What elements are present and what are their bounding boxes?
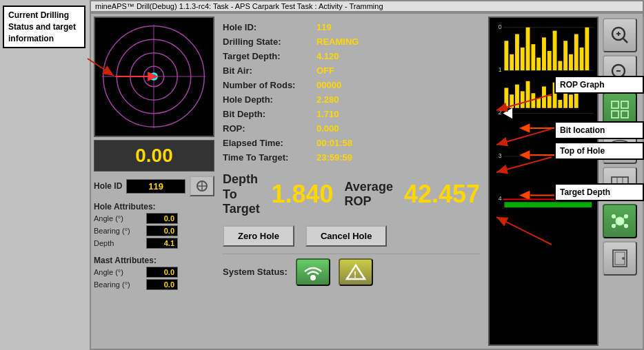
svg-rect-50 xyxy=(547,96,552,108)
svg-text:2: 2 xyxy=(499,109,502,116)
signal-status-button[interactable] xyxy=(296,258,330,286)
hole-depth-info-label: Hole Depth: xyxy=(223,94,312,105)
target-depth-row: Target Depth: 4.120 xyxy=(223,50,480,63)
svg-point-13 xyxy=(310,275,316,280)
svg-rect-26 xyxy=(504,41,508,70)
top-of-hole-annotation: Top of Hole xyxy=(554,142,644,160)
svg-rect-61 xyxy=(504,202,592,207)
svg-rect-38 xyxy=(569,54,573,70)
zoom-in-icon xyxy=(610,25,630,45)
network-icon xyxy=(610,211,630,231)
bit-air-label: Bit Air: xyxy=(223,65,312,76)
elapsed-time-label: Elapsed Time: xyxy=(223,138,312,148)
warning-icon: ! xyxy=(344,262,368,282)
zero-hole-button[interactable]: Zero Hole xyxy=(223,225,294,247)
crosshair-icon xyxy=(195,179,209,193)
wifi-icon xyxy=(301,262,325,282)
hole-depth-row: Depth 4.1 xyxy=(94,238,214,249)
rop-value: 0.000 xyxy=(316,123,339,134)
time-to-target-value: 23:59:59 xyxy=(316,152,352,163)
top-of-hole-label: Top of Hole xyxy=(560,146,605,156)
svg-rect-39 xyxy=(574,34,578,71)
svg-rect-33 xyxy=(542,37,546,70)
svg-marker-56 xyxy=(503,108,513,119)
hole-attributes-title: Hole Attributes: xyxy=(94,202,214,212)
left-panel: 0.00 Hole ID 119 Hole Attributes: xyxy=(94,17,214,346)
mast-attributes: Mast Attributes: Angle (°) 0.0 Bearing (… xyxy=(94,254,214,293)
bit-air-row: Bit Air: OFF xyxy=(223,64,480,77)
warning-status-button[interactable]: ! xyxy=(339,258,373,286)
hole-attributes: Hole Attributes: Angle (°) 0.0 Bearing (… xyxy=(94,200,214,251)
hole-angle-row: Angle (°) 0.0 xyxy=(94,213,214,224)
svg-text:1: 1 xyxy=(499,66,502,73)
network-button[interactable] xyxy=(603,204,637,238)
svg-rect-35 xyxy=(553,31,557,71)
position-display: 0.00 xyxy=(94,140,214,172)
rop-label: ROP: xyxy=(223,123,312,134)
mast-bearing-value: 0.0 xyxy=(146,279,178,290)
svg-rect-40 xyxy=(580,48,584,70)
hole-id-label: Hole ID xyxy=(94,181,122,191)
depth-to-target-value: 1.840 xyxy=(271,180,333,209)
avg-rop-value: 42.457 xyxy=(404,180,480,209)
elapsed-time-row: Elapsed Time: 00:01:58 xyxy=(223,136,480,150)
drilling-state-label: Drilling State: xyxy=(223,37,312,47)
zoom-in-button[interactable] xyxy=(603,18,637,52)
drilling-state-row: Drilling State: REAMING xyxy=(223,35,480,48)
hole-angle-value: 0.0 xyxy=(146,213,178,224)
svg-rect-32 xyxy=(536,58,541,71)
settings-button[interactable] xyxy=(603,241,637,276)
depth-to-target-group: Depth To Target xyxy=(223,172,260,217)
stats-section: Depth To Target 1.840 Average ROP 42.457 xyxy=(223,172,480,217)
mast-bearing-row: Bearing (°) 0.0 xyxy=(94,279,214,290)
avg-rop-group: Average ROP xyxy=(345,180,393,209)
mast-angle-value: 0.0 xyxy=(146,267,178,278)
elapsed-time-value: 00:01:58 xyxy=(316,138,352,148)
hole-id-value: 119 xyxy=(126,179,185,194)
svg-rect-47 xyxy=(531,93,535,107)
svg-rect-30 xyxy=(526,28,530,70)
bit-air-value: OFF xyxy=(316,65,334,76)
bit-depth-label: Bit Depth: xyxy=(223,109,312,119)
bit-location-label: Bit location xyxy=(560,125,605,135)
hole-id-info-label: Hole ID: xyxy=(223,22,312,32)
avg-rop-label: Average ROP xyxy=(345,180,393,209)
svg-text:0: 0 xyxy=(499,23,502,30)
num-rods-row: Number of Rods: 00000 xyxy=(223,79,480,92)
hole-id-info-value: 119 xyxy=(316,22,332,32)
system-status-label: System Status: xyxy=(223,267,288,277)
target-depth-annotation: Target Depth xyxy=(554,183,644,201)
cancel-hole-button[interactable]: Cancel Hole xyxy=(305,225,387,247)
target-depth-label: Target Depth: xyxy=(223,51,312,61)
svg-rect-45 xyxy=(521,91,525,107)
action-buttons: Zero Hole Cancel Hole xyxy=(223,225,480,247)
svg-rect-49 xyxy=(542,87,546,108)
svg-text:!: ! xyxy=(354,270,356,280)
num-rods-label: Number of Rods: xyxy=(223,80,312,90)
svg-text:3: 3 xyxy=(499,152,502,159)
radar-svg xyxy=(95,18,213,136)
time-to-target-row: Time To Target: 23:59:59 xyxy=(223,151,480,164)
svg-rect-34 xyxy=(547,51,552,70)
right-annotations: ROP Graph Bit location Top of Hole Targe… xyxy=(554,76,644,201)
bit-depth-row: Bit Depth: 1.710 xyxy=(223,107,480,121)
depth-to-target-label: Depth To Target xyxy=(223,172,260,217)
bit-location-annotation: Bit location xyxy=(554,121,644,139)
time-to-target-label: Time To Target: xyxy=(223,152,312,163)
bit-depth-value: 1.710 xyxy=(316,109,339,119)
position-value: 0.00 xyxy=(135,145,173,166)
rop-graph-label: ROP Graph xyxy=(560,80,604,90)
rop-row: ROP: 0.000 xyxy=(223,122,480,135)
svg-point-7 xyxy=(152,74,156,79)
svg-rect-48 xyxy=(536,98,541,108)
crosshair-button[interactable] xyxy=(190,176,214,196)
svg-rect-46 xyxy=(526,81,530,108)
target-depth-annotation-label: Target Depth xyxy=(560,187,610,197)
hole-id-section: Hole ID 119 xyxy=(94,174,214,198)
hole-bearing-row: Bearing (°) 0.0 xyxy=(94,225,214,236)
svg-line-66 xyxy=(623,38,627,43)
hole-bearing-value: 0.0 xyxy=(146,225,178,236)
system-status-section: System Status: ! xyxy=(223,254,480,286)
svg-rect-43 xyxy=(510,94,514,108)
target-depth-value: 4.120 xyxy=(316,51,339,61)
